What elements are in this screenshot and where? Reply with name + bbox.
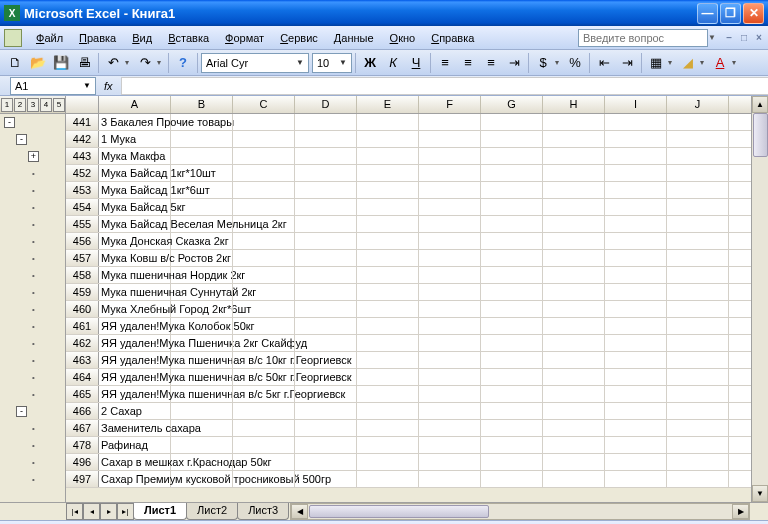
scroll-thumb[interactable] [753, 113, 768, 157]
cell[interactable] [171, 369, 233, 385]
cell[interactable] [667, 403, 729, 419]
cell[interactable] [605, 318, 667, 334]
row-header[interactable]: 457 [66, 250, 99, 266]
table-row[interactable]: 453Мука Байсад 1кг*6шт [66, 182, 751, 199]
cell[interactable] [357, 403, 419, 419]
cell[interactable] [543, 420, 605, 436]
cell[interactable] [543, 352, 605, 368]
close-button[interactable]: ✕ [743, 3, 764, 24]
cell[interactable] [171, 182, 233, 198]
table-row[interactable]: 454Мука Байсад 5кг [66, 199, 751, 216]
cell[interactable]: ЯЯ удален!Мука Пшеничка 2кг Скайфуд [99, 335, 171, 351]
table-row[interactable]: 459Мука пшеничная Суннутай 2кг [66, 284, 751, 301]
cell[interactable] [481, 267, 543, 283]
cell[interactable] [419, 267, 481, 283]
column-header-E[interactable]: E [357, 96, 419, 113]
cell[interactable] [419, 250, 481, 266]
minimize-button[interactable]: — [697, 3, 718, 24]
cell[interactable] [419, 471, 481, 487]
cell[interactable]: Мука Байсад 1кг*6шт [99, 182, 171, 198]
percent-icon[interactable]: % [564, 52, 586, 74]
cell[interactable] [667, 182, 729, 198]
row-header[interactable]: 478 [66, 437, 99, 453]
cell[interactable] [543, 284, 605, 300]
cell[interactable] [357, 335, 419, 351]
menu-окно[interactable]: Окно [382, 30, 424, 46]
font-name-select[interactable]: Arial Cyr▼ [201, 53, 309, 73]
align-right-icon[interactable]: ≡ [480, 52, 502, 74]
column-header-D[interactable]: D [295, 96, 357, 113]
table-row[interactable]: 478Рафинад [66, 437, 751, 454]
row-header[interactable]: 456 [66, 233, 99, 249]
ask-question-input[interactable] [578, 29, 708, 47]
cell[interactable] [419, 182, 481, 198]
font-color-icon[interactable]: A [709, 52, 731, 74]
cell[interactable] [295, 301, 357, 317]
cell[interactable] [233, 148, 295, 164]
column-header-I[interactable]: I [605, 96, 667, 113]
cell[interactable] [481, 386, 543, 402]
cell[interactable]: ЯЯ удален!Мука пшеничная в/с 5кг г.Георг… [99, 386, 171, 402]
tab-last-icon[interactable]: ▸| [117, 503, 134, 520]
cell[interactable]: ЯЯ удален!Мука пшеничная в/с 50кг г.Геор… [99, 369, 171, 385]
table-row[interactable]: 4421 Мука [66, 131, 751, 148]
column-header-J[interactable]: J [667, 96, 729, 113]
cell[interactable] [667, 267, 729, 283]
cell[interactable] [667, 131, 729, 147]
cell[interactable] [543, 454, 605, 470]
cell[interactable] [605, 284, 667, 300]
tab-next-icon[interactable]: ▸ [100, 503, 117, 520]
cell[interactable] [481, 114, 543, 130]
outline-toggle[interactable]: - [16, 406, 27, 417]
cell[interactable] [481, 199, 543, 215]
cell[interactable] [481, 284, 543, 300]
cell[interactable] [419, 454, 481, 470]
cell[interactable] [481, 233, 543, 249]
cell[interactable] [481, 318, 543, 334]
table-row[interactable]: 462ЯЯ удален!Мука Пшеничка 2кг Скайфуд [66, 335, 751, 352]
cell[interactable] [357, 216, 419, 232]
cell[interactable] [481, 148, 543, 164]
help-icon[interactable]: ? [172, 52, 194, 74]
bold-icon[interactable]: Ж [359, 52, 381, 74]
cell[interactable] [419, 131, 481, 147]
cell[interactable] [667, 114, 729, 130]
cell[interactable]: Мука Макфа [99, 148, 171, 164]
cell[interactable] [171, 471, 233, 487]
cell[interactable] [171, 301, 233, 317]
cell[interactable] [295, 148, 357, 164]
cell[interactable] [233, 437, 295, 453]
cell[interactable] [667, 335, 729, 351]
table-row[interactable]: 467Заменитель сахара [66, 420, 751, 437]
cell[interactable] [357, 369, 419, 385]
cell[interactable] [171, 250, 233, 266]
formula-input[interactable] [121, 77, 768, 95]
cell[interactable] [357, 233, 419, 249]
table-row[interactable]: 4413 Бакалея Прочие товары [66, 114, 751, 131]
cell[interactable] [667, 437, 729, 453]
cell[interactable] [233, 420, 295, 436]
menu-формат[interactable]: Формат [217, 30, 272, 46]
cell[interactable] [605, 386, 667, 402]
cell[interactable] [543, 267, 605, 283]
cell[interactable] [357, 318, 419, 334]
cell[interactable] [667, 148, 729, 164]
cell[interactable] [543, 233, 605, 249]
table-row[interactable]: 496Сахар в мешках г.Краснодар 50кг [66, 454, 751, 471]
cell[interactable] [233, 318, 295, 334]
cell[interactable] [419, 352, 481, 368]
cell[interactable] [233, 454, 295, 470]
cell[interactable] [171, 199, 233, 215]
cell[interactable] [605, 216, 667, 232]
cell[interactable] [543, 114, 605, 130]
cell[interactable] [171, 386, 233, 402]
row-header[interactable]: 453 [66, 182, 99, 198]
cell[interactable] [667, 250, 729, 266]
cell[interactable] [295, 114, 357, 130]
cell[interactable] [357, 267, 419, 283]
indent-right-icon[interactable]: ⇥ [616, 52, 638, 74]
cell[interactable]: 2 Сахар [99, 403, 171, 419]
cell[interactable] [543, 199, 605, 215]
cell[interactable] [233, 182, 295, 198]
cell[interactable] [419, 199, 481, 215]
